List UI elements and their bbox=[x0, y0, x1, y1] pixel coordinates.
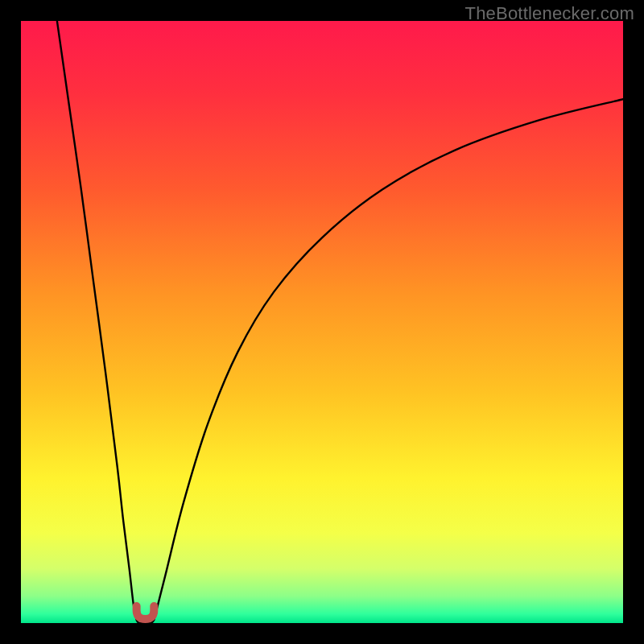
gradient-background bbox=[21, 21, 623, 623]
bottleneck-chart bbox=[21, 21, 623, 623]
watermark-label: TheBottlenecker.com bbox=[465, 3, 634, 24]
chart-frame bbox=[21, 21, 623, 623]
